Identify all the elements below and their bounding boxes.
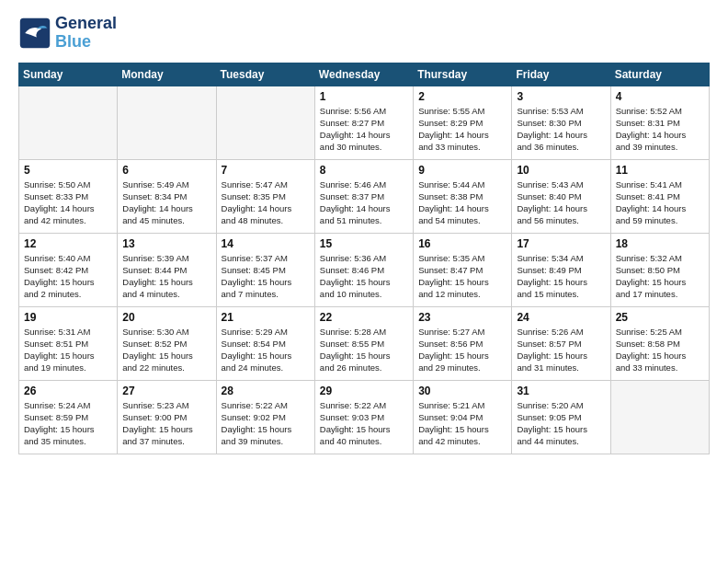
calendar-cell: 27Sunrise: 5:23 AMSunset: 9:00 PMDayligh… xyxy=(118,380,216,454)
day-number: 2 xyxy=(418,90,506,103)
logo-text-blue: Blue xyxy=(55,33,117,52)
calendar-cell: 31Sunrise: 5:20 AMSunset: 9:05 PMDayligh… xyxy=(512,380,610,454)
calendar-cell: 24Sunrise: 5:26 AMSunset: 8:57 PMDayligh… xyxy=(512,306,610,380)
day-number: 14 xyxy=(222,237,310,250)
calendar-cell: 26Sunrise: 5:24 AMSunset: 8:59 PMDayligh… xyxy=(19,380,118,454)
day-number: 5 xyxy=(24,164,112,177)
day-number: 26 xyxy=(24,385,112,397)
day-info: Sunrise: 5:21 AMSunset: 9:04 PMDaylight:… xyxy=(418,399,506,448)
day-info: Sunrise: 5:55 AMSunset: 8:29 PMDaylight:… xyxy=(418,105,506,154)
day-number: 20 xyxy=(122,311,210,324)
day-info: Sunrise: 5:22 AMSunset: 9:03 PMDaylight:… xyxy=(320,399,408,448)
calendar-cell: 14Sunrise: 5:37 AMSunset: 8:45 PMDayligh… xyxy=(216,233,314,306)
calendar-cell: 18Sunrise: 5:32 AMSunset: 8:50 PMDayligh… xyxy=(610,233,709,306)
day-info: Sunrise: 5:20 AMSunset: 9:05 PMDaylight:… xyxy=(517,399,605,448)
calendar-cell: 5Sunrise: 5:50 AMSunset: 8:33 PMDaylight… xyxy=(19,159,118,233)
logo-text-general: General xyxy=(55,15,117,33)
day-info: Sunrise: 5:24 AMSunset: 8:59 PMDaylight:… xyxy=(24,399,112,448)
day-number: 19 xyxy=(24,311,112,324)
day-header-friday: Friday xyxy=(512,63,610,86)
day-number: 3 xyxy=(517,90,605,103)
calendar-cell: 13Sunrise: 5:39 AMSunset: 8:44 PMDayligh… xyxy=(118,233,216,306)
day-info: Sunrise: 5:41 AMSunset: 8:41 PMDaylight:… xyxy=(616,178,704,227)
day-info: Sunrise: 5:31 AMSunset: 8:51 PMDaylight:… xyxy=(24,326,112,374)
day-number: 17 xyxy=(517,237,605,250)
day-info: Sunrise: 5:50 AMSunset: 8:33 PMDaylight:… xyxy=(24,178,112,227)
day-number: 25 xyxy=(616,311,704,324)
calendar-cell: 30Sunrise: 5:21 AMSunset: 9:04 PMDayligh… xyxy=(414,380,512,454)
calendar-table: SundayMondayTuesdayWednesdayThursdayFrid… xyxy=(18,63,710,454)
calendar-cell: 1Sunrise: 5:56 AMSunset: 8:27 PMDaylight… xyxy=(314,86,413,159)
calendar-cell: 4Sunrise: 5:52 AMSunset: 8:31 PMDaylight… xyxy=(610,86,709,159)
day-info: Sunrise: 5:35 AMSunset: 8:47 PMDaylight:… xyxy=(418,252,506,301)
calendar-cell: 19Sunrise: 5:31 AMSunset: 8:51 PMDayligh… xyxy=(19,306,118,380)
day-header-wednesday: Wednesday xyxy=(314,63,413,86)
day-number: 27 xyxy=(122,385,210,397)
day-info: Sunrise: 5:53 AMSunset: 8:30 PMDaylight:… xyxy=(517,105,605,154)
day-number: 22 xyxy=(320,311,408,324)
day-info: Sunrise: 5:36 AMSunset: 8:46 PMDaylight:… xyxy=(320,252,408,301)
day-info: Sunrise: 5:30 AMSunset: 8:52 PMDaylight:… xyxy=(122,326,210,374)
day-info: Sunrise: 5:52 AMSunset: 8:31 PMDaylight:… xyxy=(616,105,704,154)
day-number: 13 xyxy=(122,237,210,250)
calendar-cell: 25Sunrise: 5:25 AMSunset: 8:58 PMDayligh… xyxy=(610,306,709,380)
day-info: Sunrise: 5:23 AMSunset: 9:00 PMDaylight:… xyxy=(122,399,210,448)
day-info: Sunrise: 5:44 AMSunset: 8:38 PMDaylight:… xyxy=(418,178,506,227)
calendar-cell: 11Sunrise: 5:41 AMSunset: 8:41 PMDayligh… xyxy=(610,159,709,233)
week-row-5: 26Sunrise: 5:24 AMSunset: 8:59 PMDayligh… xyxy=(19,380,710,454)
week-row-2: 5Sunrise: 5:50 AMSunset: 8:33 PMDaylight… xyxy=(19,159,710,233)
day-info: Sunrise: 5:25 AMSunset: 8:58 PMDaylight:… xyxy=(616,326,704,374)
day-info: Sunrise: 5:46 AMSunset: 8:37 PMDaylight:… xyxy=(320,178,408,227)
day-number: 16 xyxy=(418,237,506,250)
day-info: Sunrise: 5:29 AMSunset: 8:54 PMDaylight:… xyxy=(222,326,310,374)
calendar-cell xyxy=(19,86,118,159)
calendar-cell: 9Sunrise: 5:44 AMSunset: 8:38 PMDaylight… xyxy=(414,159,512,233)
calendar-cell xyxy=(118,86,216,159)
calendar-header: SundayMondayTuesdayWednesdayThursdayFrid… xyxy=(19,63,710,86)
day-header-thursday: Thursday xyxy=(414,63,512,86)
calendar-cell: 6Sunrise: 5:49 AMSunset: 8:34 PMDaylight… xyxy=(118,159,216,233)
day-number: 11 xyxy=(616,164,704,177)
day-number: 6 xyxy=(122,164,210,177)
day-info: Sunrise: 5:27 AMSunset: 8:56 PMDaylight:… xyxy=(418,326,506,374)
calendar-cell: 22Sunrise: 5:28 AMSunset: 8:55 PMDayligh… xyxy=(314,306,413,380)
day-number: 31 xyxy=(517,385,605,397)
day-info: Sunrise: 5:28 AMSunset: 8:55 PMDaylight:… xyxy=(320,326,408,374)
day-number: 29 xyxy=(320,385,408,397)
day-header-sunday: Sunday xyxy=(19,63,118,86)
day-number: 15 xyxy=(320,237,408,250)
day-info: Sunrise: 5:47 AMSunset: 8:35 PMDaylight:… xyxy=(222,178,310,227)
day-number: 28 xyxy=(222,385,310,397)
day-info: Sunrise: 5:26 AMSunset: 8:57 PMDaylight:… xyxy=(517,326,605,374)
calendar-cell: 17Sunrise: 5:34 AMSunset: 8:49 PMDayligh… xyxy=(512,233,610,306)
week-row-1: 1Sunrise: 5:56 AMSunset: 8:27 PMDaylight… xyxy=(19,86,710,159)
day-number: 7 xyxy=(222,164,310,177)
calendar-cell: 7Sunrise: 5:47 AMSunset: 8:35 PMDaylight… xyxy=(216,159,314,233)
page: General Blue SundayMondayTuesdayWednesda… xyxy=(0,0,728,469)
day-header-monday: Monday xyxy=(118,63,216,86)
day-number: 9 xyxy=(418,164,506,177)
calendar-cell: 8Sunrise: 5:46 AMSunset: 8:37 PMDaylight… xyxy=(314,159,413,233)
calendar-cell: 21Sunrise: 5:29 AMSunset: 8:54 PMDayligh… xyxy=(216,306,314,380)
day-header-row: SundayMondayTuesdayWednesdayThursdayFrid… xyxy=(19,63,710,86)
day-info: Sunrise: 5:56 AMSunset: 8:27 PMDaylight:… xyxy=(320,105,408,154)
day-info: Sunrise: 5:43 AMSunset: 8:40 PMDaylight:… xyxy=(517,178,605,227)
day-header-tuesday: Tuesday xyxy=(216,63,314,86)
calendar-cell: 23Sunrise: 5:27 AMSunset: 8:56 PMDayligh… xyxy=(414,306,512,380)
week-row-3: 12Sunrise: 5:40 AMSunset: 8:42 PMDayligh… xyxy=(19,233,710,306)
calendar-cell: 3Sunrise: 5:53 AMSunset: 8:30 PMDaylight… xyxy=(512,86,610,159)
day-info: Sunrise: 5:49 AMSunset: 8:34 PMDaylight:… xyxy=(122,178,210,227)
day-header-saturday: Saturday xyxy=(610,63,709,86)
day-info: Sunrise: 5:32 AMSunset: 8:50 PMDaylight:… xyxy=(616,252,704,301)
calendar-cell: 28Sunrise: 5:22 AMSunset: 9:02 PMDayligh… xyxy=(216,380,314,454)
day-number: 24 xyxy=(517,311,605,324)
day-info: Sunrise: 5:40 AMSunset: 8:42 PMDaylight:… xyxy=(24,252,112,301)
calendar-cell: 15Sunrise: 5:36 AMSunset: 8:46 PMDayligh… xyxy=(314,233,413,306)
day-number: 8 xyxy=(320,164,408,177)
logo-icon xyxy=(18,17,51,50)
day-number: 21 xyxy=(222,311,310,324)
day-number: 4 xyxy=(616,90,704,103)
day-info: Sunrise: 5:34 AMSunset: 8:49 PMDaylight:… xyxy=(517,252,605,301)
day-info: Sunrise: 5:39 AMSunset: 8:44 PMDaylight:… xyxy=(122,252,210,301)
day-number: 12 xyxy=(24,237,112,250)
